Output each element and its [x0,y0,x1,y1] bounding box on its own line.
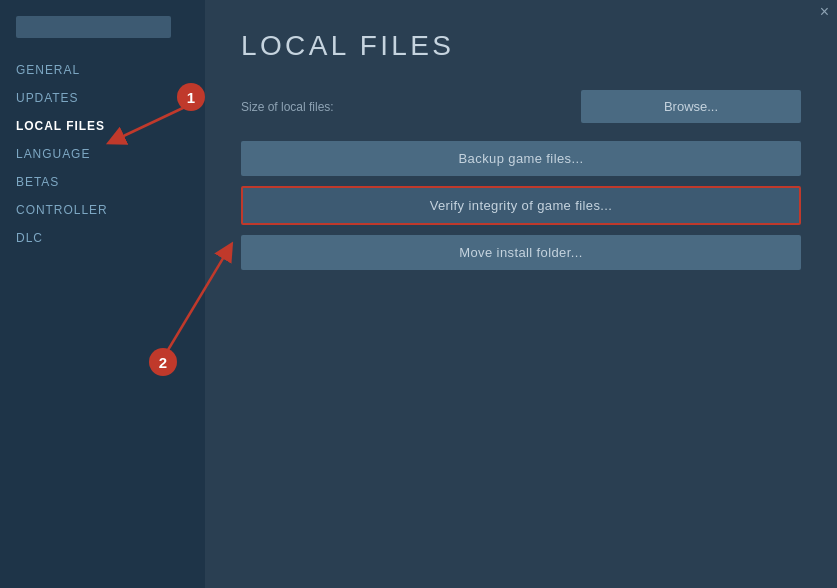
browse-button[interactable]: Browse... [581,90,801,123]
page-title: LOCAL FILES [241,30,801,62]
backup-button[interactable]: Backup game files... [241,141,801,176]
sidebar-item-language[interactable]: LANGUAGE [0,140,205,168]
sidebar: GENERAL UPDATES LOCAL FILES LANGUAGE BET… [0,0,205,588]
move-button[interactable]: Move install folder... [241,235,801,270]
content-area: GENERAL UPDATES LOCAL FILES LANGUAGE BET… [0,0,837,588]
size-row: Size of local files: Browse... [241,90,801,123]
sidebar-item-updates[interactable]: UPDATES [0,84,205,112]
close-button[interactable]: × [820,4,829,20]
main-panel: LOCAL FILES Size of local files: Browse.… [205,0,837,588]
size-label: Size of local files: [241,100,334,114]
sidebar-item-local-files[interactable]: LOCAL FILES [0,112,205,140]
sidebar-header-bar [16,16,171,38]
sidebar-item-controller[interactable]: CONTROLLER [0,196,205,224]
sidebar-item-general[interactable]: GENERAL [0,56,205,84]
sidebar-item-dlc[interactable]: DLC [0,224,205,252]
sidebar-item-betas[interactable]: BETAS [0,168,205,196]
main-window: × GENERAL UPDATES LOCAL FILES LANGUAGE B… [0,0,837,588]
verify-button[interactable]: Verify integrity of game files... [241,186,801,225]
